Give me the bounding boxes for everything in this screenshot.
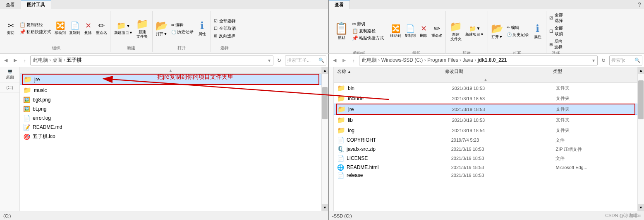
scroll-down-right[interactable]: ▼ xyxy=(638,204,644,211)
tab-view-right[interactable]: 查看 xyxy=(329,0,350,9)
delete-btn[interactable]: ✕ 删除 xyxy=(82,20,94,36)
rename-btn[interactable]: ✏ 重命名 xyxy=(95,20,108,36)
breadcrumb-right: 此电脑 › Windows-SSD (C:) › Program Files ›… xyxy=(362,57,507,64)
deselect-all-btn-right[interactable]: ☐全部取消 xyxy=(548,25,564,37)
file-item-lib[interactable]: 📁 lib 2021/3/19 18:53 文件夹 xyxy=(334,115,637,125)
col-name-header[interactable]: 名称 ▲ xyxy=(337,68,445,75)
filename-ico: 五子棋.ico xyxy=(33,133,55,140)
select-all-btn-right[interactable]: ☑全部选择 xyxy=(548,12,564,24)
new-group-right: 📁 新建文件夹 📁 ▼ 新建项目▼ 新建 xyxy=(446,11,488,57)
refresh-btn-left[interactable]: ↻ xyxy=(275,56,284,65)
open-group-left: 📂 打开▼ ✏编辑 🕐历史记录 ℹ xyxy=(153,11,211,52)
invert-btn-right[interactable]: ⊞反向选择 xyxy=(548,38,564,51)
file-item-ico[interactable]: 🎯 五子棋.ico xyxy=(20,132,321,141)
nav-forward-btn-right[interactable]: ▶ xyxy=(340,56,348,65)
move-to-btn-right[interactable]: 🔀 移动到 xyxy=(389,23,402,39)
file-item-copyright[interactable]: 📄 COPYRIGHT 2019/7/4 5:23 文件 xyxy=(334,135,637,145)
col-type-header[interactable]: 类型 xyxy=(553,68,634,75)
invert-selection-btn-left[interactable]: ⊞反向选择 xyxy=(213,33,237,39)
new-group-left: 📁 ▼ 新建项目▼ 📁 新建文件夹 新建 xyxy=(110,11,153,52)
nav-back-btn-left[interactable]: ◀ xyxy=(2,56,10,65)
file-item-include[interactable]: 📁 include 2021/3/19 18:53 文件夹 xyxy=(334,93,637,104)
left-nav-sidebar: 🖥️桌面 (C:) xyxy=(0,67,20,211)
file-item-release[interactable]: 📄 release 2021/3/19 18:53 xyxy=(334,172,637,179)
paste-btn-right[interactable]: 📋 贴贴 xyxy=(333,21,350,41)
tab-view-left[interactable]: 查看 xyxy=(0,0,21,9)
file-item-log[interactable]: 📁 log 2021/3/19 18:54 文件夹 xyxy=(334,125,637,135)
nav-item-desktop[interactable]: 🖥️桌面 xyxy=(0,67,19,83)
select-group-left: ☑全部选择 ☐全部取消 ⊞反向选择 选择 xyxy=(211,11,239,52)
copy-to-btn[interactable]: 📄 复制到 xyxy=(68,20,81,36)
deselect-all-btn-left[interactable]: ☐全部取消 xyxy=(213,25,237,32)
column-headers-right: 名称 ▲ 修改日期 类型 xyxy=(334,67,637,76)
edit-btn-left[interactable]: ✏编辑 xyxy=(170,22,195,28)
status-left: (C:) xyxy=(3,213,11,218)
breadcrumb-left: 此电脑 › 桌面 › 五子棋 xyxy=(33,57,81,64)
address-bar-right[interactable]: 此电脑 › Windows-SSD (C:) › Program Files ›… xyxy=(359,56,598,65)
file-item-readme-html[interactable]: 🌐 README.html 2021/3/19 18:53 Microsoft … xyxy=(334,163,637,172)
filename-bg8: bg8.png xyxy=(33,97,50,103)
watermark: CSDN @冰咖啡iii xyxy=(605,213,641,219)
organize-group-left: ✂ 剪切 📋复制路径 📌粘贴快捷方式 🔀 xyxy=(2,11,110,52)
filename-music: music xyxy=(34,87,47,93)
filename-readme: README.md xyxy=(33,124,62,130)
nav-back-btn-right[interactable]: ◀ xyxy=(330,56,339,65)
filename-jre-left: jre xyxy=(34,77,40,82)
new-folder-btn[interactable]: 📁 新建文件夹 xyxy=(135,17,150,40)
scroll-down-left[interactable]: ▼ xyxy=(322,204,328,211)
properties-btn-right[interactable]: ℹ 属性 xyxy=(531,22,544,41)
file-item-jre-left[interactable]: 📁 jre xyxy=(20,74,321,85)
copy-path-btn-right[interactable]: 📋复制路径 xyxy=(351,28,385,34)
edit-btn-right[interactable]: ✏编辑 xyxy=(505,24,530,31)
cut-btn-right[interactable]: ✂剪切 xyxy=(351,21,385,27)
file-item-bt[interactable]: 🖼️ bt.png xyxy=(20,104,321,114)
copy-to-btn-right[interactable]: 📄 复制到 xyxy=(403,23,417,39)
open-btn-right[interactable]: 📂 打开▼ xyxy=(490,22,505,41)
open-btn-left[interactable]: 📂 打开▼ xyxy=(154,19,169,38)
file-item-music[interactable]: 📁 music xyxy=(20,85,321,95)
filename-error: error.log xyxy=(33,115,51,121)
select-group-right: ☑全部选择 ☐全部取消 ⊞反向选择 选择 xyxy=(546,11,566,57)
file-item-readme[interactable]: 📝 README.md xyxy=(20,123,321,132)
nav-forward-btn-left[interactable]: ▶ xyxy=(11,56,19,65)
file-list-right: 名称 ▲ 修改日期 类型 ▲ 📁 bin 2021/3/19 18:53 文件夹… xyxy=(334,67,637,211)
refresh-btn-right[interactable]: ↻ xyxy=(599,56,608,65)
file-item-bg8[interactable]: 🖼️ bg8.png xyxy=(20,95,321,104)
properties-btn-left[interactable]: ℹ 属性 xyxy=(196,19,209,38)
move-to-btn[interactable]: 🔀 移动到 xyxy=(53,20,67,36)
status-right-drive: -SSD (C:) xyxy=(332,213,352,218)
nav-up-btn-left[interactable]: ↑ xyxy=(21,56,29,65)
search-box-right[interactable]: 搜索"jc 🔍 xyxy=(609,56,642,65)
address-bar-left[interactable]: 此电脑 › 桌面 › 五子棋 ▾ xyxy=(30,56,273,65)
scroll-up-left[interactable]: ▲ xyxy=(322,67,328,74)
file-list-left: ▲ 📁 jre 📁 music 🖼️ bg8.png xyxy=(20,67,321,211)
tab-picture-tools[interactable]: 图片工具 xyxy=(21,0,51,9)
search-box-left[interactable]: 搜索"五子... 🔍 xyxy=(285,56,326,65)
nav-item-c-drive[interactable]: (C:) xyxy=(0,83,19,93)
col-date-header[interactable]: 修改日期 xyxy=(445,68,553,75)
cut-btn[interactable]: ✂ 剪切 xyxy=(4,20,17,36)
file-item-license[interactable]: 📄 LICENSE 2021/3/19 18:53 文件 xyxy=(334,154,637,163)
file-item-javafx[interactable]: 🗜️ javafx-src.zip 2021/3/19 18:53 ZIP 压缩… xyxy=(334,145,637,154)
new-folder-btn-right[interactable]: 📁 新建文件夹 xyxy=(448,20,463,42)
file-item-error[interactable]: 📄 error.log xyxy=(20,114,321,123)
select-all-btn-left[interactable]: ☑全部选择 xyxy=(213,18,237,24)
nav-up-btn-right[interactable]: ↑ xyxy=(350,56,358,65)
help-btn-right[interactable]: ? xyxy=(635,0,644,9)
history-btn-left[interactable]: 🕐历史记录 xyxy=(170,29,195,35)
history-btn-right[interactable]: 🕐历史记录 xyxy=(505,31,530,38)
file-item-jre-right[interactable]: 📁 jre 2021/3/19 18:53 文件夹 xyxy=(334,104,637,115)
paste-shortcut-btn[interactable]: 📌粘贴快捷方式 xyxy=(18,29,53,35)
scroll-up-right[interactable]: ▲ xyxy=(638,67,644,74)
delete-btn-right[interactable]: ✕ 删除 xyxy=(418,23,429,39)
paste-shortcut-btn-right[interactable]: 📌粘贴快捷方式 xyxy=(351,35,385,41)
filename-bt: bt.png xyxy=(33,106,46,112)
file-item-bin[interactable]: 📁 bin 2021/3/19 18:53 文件夹 xyxy=(334,83,637,93)
new-item-btn[interactable]: 📁 ▼ 新建项目▼ xyxy=(113,20,134,36)
clipboard-group-right: 📋 贴贴 ✂剪切 📋复制路径 xyxy=(331,11,387,57)
open-group-right: 📂 打开▼ ✏编辑 🕐历史记录 ℹ xyxy=(488,11,546,57)
new-item-btn-right[interactable]: 📁 ▼ 新建项目▼ xyxy=(464,24,485,38)
organize-group-right: 🔀 移动到 📄 复制到 ✕ 删除 ✏ 重命名 xyxy=(387,11,446,57)
copy-path-btn[interactable]: 📋复制路径 xyxy=(18,22,53,28)
rename-btn-right[interactable]: ✏ 重命名 xyxy=(430,23,444,39)
